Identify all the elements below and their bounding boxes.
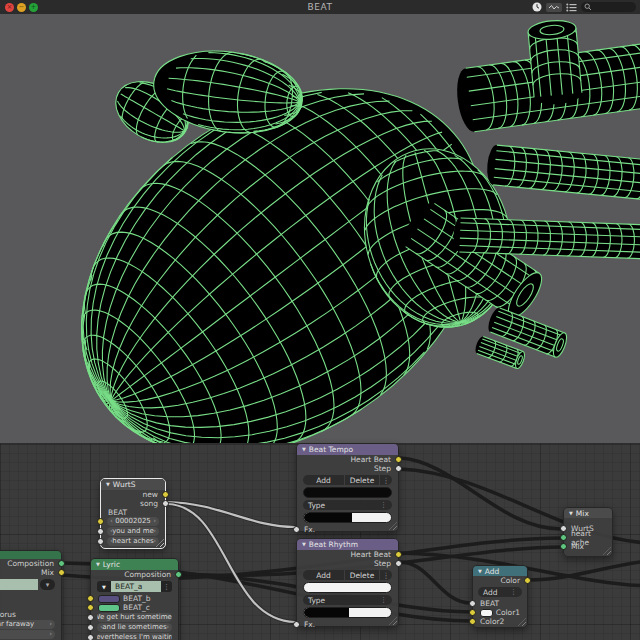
socket-output-composition[interactable]	[58, 560, 65, 567]
id-name-field[interactable]	[0, 579, 38, 590]
label-row: BEAT_b	[0, 592, 61, 601]
socket-input-text-1[interactable]	[87, 614, 94, 621]
socket-input-text-3[interactable]	[87, 634, 94, 640]
node-beat-rhythm[interactable]: ▼ Beat Rhythm Heart Beat Step Add Delete…	[296, 538, 399, 627]
collapse-triangle-icon[interactable]: ▼	[478, 569, 482, 574]
id-browse-button[interactable]: ▼	[97, 581, 111, 592]
node-title: Mix	[576, 509, 589, 518]
node-header[interactable]: ▼ WurtS	[101, 479, 165, 490]
stepper-field-text[interactable]: hear faraway	[0, 620, 55, 629]
node-header[interactable]	[0, 551, 61, 559]
color-bar-field[interactable]	[303, 487, 392, 498]
value-slider[interactable]	[303, 607, 392, 618]
node-wurts[interactable]: ▼ WurtS new song BEAT 00002025 you and m…	[100, 478, 166, 549]
socket-input-1[interactable]	[97, 518, 104, 525]
socket-output-heart-beat[interactable]	[395, 551, 402, 558]
menu-dots-button[interactable]: ⋮	[380, 475, 392, 485]
text-field-row: We get hurt sometimes	[91, 612, 178, 622]
add-button[interactable]: Add	[303, 475, 344, 485]
stepper-field-text[interactable]: heart aches	[107, 537, 159, 546]
type-dropdown[interactable]: Type ⋮	[303, 500, 392, 510]
node-header[interactable]: ▼ Add	[473, 566, 527, 576]
socket-input-text-2[interactable]	[87, 624, 94, 631]
clock-icon[interactable]	[532, 2, 542, 12]
blend-mode-dropdown[interactable]: Add ⋮	[478, 587, 522, 597]
color-swatch-green[interactable]	[98, 604, 120, 612]
node-left-partial[interactable]: Composition Mix ▾ BEAT_b BEAT_c BEAT_cho…	[0, 550, 62, 640]
id-name-field[interactable]: BEAT_a	[111, 581, 161, 592]
node-header[interactable]: ▼ Lyric	[91, 559, 178, 570]
socket-input-2[interactable]	[97, 528, 104, 535]
viewport-3d[interactable]	[0, 14, 640, 443]
swatch-label: BEAT_c	[123, 603, 150, 612]
add-button[interactable]: Add	[303, 570, 344, 580]
node-lyric[interactable]: ▼ Lyric Composition ▼ BEAT_a ⋮ BEAT_b BE…	[90, 558, 179, 640]
stepper-field-lyric[interactable]: nevertheless I'm waiting	[97, 633, 172, 640]
node-header[interactable]: ▼ Mix	[564, 508, 612, 518]
list-icon[interactable]	[566, 3, 577, 12]
type-dropdown[interactable]: Type ⋮	[303, 595, 392, 605]
output-row-composition: Composition	[91, 570, 178, 579]
socket-output-song[interactable]	[162, 500, 169, 507]
stepper-field-number[interactable]: 00002025	[107, 517, 159, 526]
socket-output-mix[interactable]	[58, 569, 65, 576]
node-header[interactable]: ▼ Beat Tempo	[297, 444, 398, 455]
stepper-field-lyric[interactable]: We get hurt sometimes	[97, 613, 172, 622]
label-row: BEAT_c	[0, 601, 61, 610]
socket-output-color[interactable]	[524, 577, 531, 584]
menu-dots-button[interactable]: ⋮	[380, 570, 392, 580]
socket-output-step[interactable]	[395, 465, 402, 472]
socket-input-fx[interactable]	[293, 526, 300, 533]
color-bar-field[interactable]	[303, 582, 392, 593]
search-input[interactable]	[592, 3, 628, 11]
delete-button[interactable]: Delete	[345, 570, 379, 580]
delete-button[interactable]: Delete	[345, 475, 379, 485]
node-beat-tempo[interactable]: ▼ Beat Tempo Heart Beat Step Add Delete …	[296, 443, 399, 532]
socket-input-wurts[interactable]	[560, 525, 567, 532]
node-add[interactable]: ▼ Add Color Add ⋮ BEAT Color1 Color2	[472, 565, 528, 628]
swatch-row-beat-b: BEAT_b	[91, 594, 178, 603]
node-header[interactable]: ▼ Beat Rhythm	[297, 539, 398, 550]
socket-output-heart-beat[interactable]	[395, 456, 402, 463]
collapse-triangle-icon[interactable]: ▼	[569, 511, 573, 516]
stepper-field-lyric[interactable]: and lie sometimes	[97, 623, 172, 632]
button-group: Add Delete ⋮	[303, 475, 392, 485]
search-box[interactable]	[581, 2, 636, 12]
collapse-triangle-icon[interactable]: ▼	[302, 542, 306, 547]
id-extra-button[interactable]: ⋮	[161, 581, 172, 592]
socket-input-3[interactable]	[97, 538, 104, 545]
activity-wave-icon[interactable]	[546, 3, 562, 12]
stepper-field-text[interactable]: you and me	[107, 527, 159, 536]
socket-input-fx[interactable]	[293, 621, 300, 628]
node-title: WurtS	[113, 480, 136, 489]
socket-output-composition[interactable]	[175, 571, 182, 578]
socket-input-beat-c[interactable]	[87, 604, 94, 611]
id-selector: ▾	[0, 579, 55, 590]
socket-input-heart-ache[interactable]	[560, 534, 567, 541]
output-label: Heart Beat	[350, 455, 391, 464]
id-extra-button[interactable]: ▾	[40, 579, 55, 590]
output-label: Mix	[41, 568, 54, 577]
dropdown-label: Add	[483, 588, 498, 597]
color-swatch-white[interactable]	[480, 609, 493, 617]
socket-output-step[interactable]	[395, 560, 402, 567]
socket-input-color1[interactable]	[469, 609, 476, 616]
color-swatch-purple[interactable]	[98, 595, 120, 603]
socket-input-beat[interactable]	[469, 600, 476, 607]
socket-input-beat-b[interactable]	[87, 595, 94, 602]
collapse-triangle-icon[interactable]: ▼	[106, 482, 110, 487]
collapse-triangle-icon[interactable]: ▼	[96, 562, 100, 567]
node-mix[interactable]: ▼ Mix WurtS heart ache Mix	[563, 507, 613, 557]
socket-input-color2[interactable]	[469, 618, 476, 625]
label-row: BEAT_chorus	[0, 610, 61, 619]
swatch-label: BEAT_b	[123, 594, 151, 603]
input-label: BEAT	[480, 599, 499, 608]
socket-input-mix[interactable]	[560, 543, 567, 550]
stepper-field-empty[interactable]	[0, 630, 55, 639]
field-row: hear faraway	[0, 619, 61, 629]
collapse-triangle-icon[interactable]: ▼	[302, 447, 306, 452]
input-label: Color1	[496, 608, 520, 617]
input-label: Color2	[480, 617, 504, 626]
socket-output-new[interactable]	[162, 491, 169, 498]
value-slider[interactable]	[303, 512, 392, 523]
